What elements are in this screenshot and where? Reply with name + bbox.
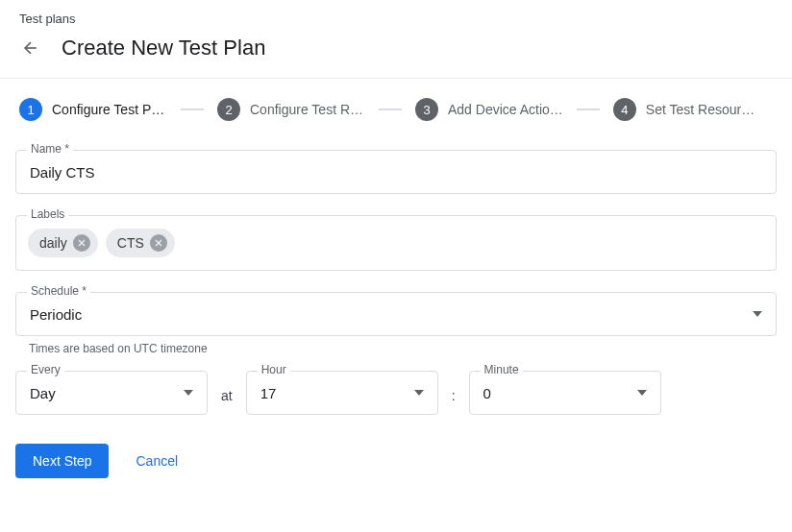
labels-label: Labels: [27, 207, 68, 221]
time-row: Every Day at Hour 17 : Minute 0: [15, 371, 777, 415]
hour-field-wrap: Hour 17: [246, 371, 438, 415]
schedule-value: Periodic: [30, 306, 82, 323]
minute-label: Minute: [481, 363, 523, 376]
chip-label: CTS: [117, 235, 144, 251]
schedule-select[interactable]: Periodic: [15, 292, 777, 336]
chip-remove-button[interactable]: [150, 234, 167, 252]
back-button[interactable]: [19, 36, 42, 60]
name-input[interactable]: [15, 150, 777, 194]
step-4[interactable]: 4 Set Test Resourc…: [613, 98, 761, 121]
hour-value: 17: [260, 385, 277, 401]
minute-value: 0: [483, 385, 491, 401]
step-label: Configure Test Ru…: [250, 102, 365, 117]
minute-select[interactable]: 0: [469, 371, 661, 415]
labels-input[interactable]: daily CTS: [15, 215, 777, 271]
name-label: Name *: [27, 142, 73, 156]
step-connector: [181, 109, 204, 110]
step-2[interactable]: 2 Configure Test Ru…: [217, 98, 365, 121]
chevron-down-icon: [637, 390, 647, 396]
chevron-down-icon: [184, 390, 193, 396]
step-connector: [379, 109, 402, 110]
schedule-hint: Times are based on UTC timezone: [15, 342, 777, 355]
chip-remove-button[interactable]: [73, 234, 90, 252]
page-title: Create New Test Plan: [62, 36, 265, 60]
step-circle: 4: [613, 98, 636, 121]
stepper: 1 Configure Test Pl… 2 Configure Test Ru…: [15, 98, 777, 121]
at-text: at: [221, 388, 233, 415]
next-step-button[interactable]: Next Step: [15, 444, 109, 478]
every-value: Day: [30, 385, 56, 401]
close-icon: [153, 237, 164, 249]
cancel-button[interactable]: Cancel: [136, 453, 178, 469]
step-circle: 3: [415, 98, 438, 121]
chevron-down-icon: [753, 311, 762, 317]
every-select[interactable]: Day: [15, 371, 208, 415]
step-circle: 2: [217, 98, 240, 121]
step-connector: [577, 109, 600, 110]
arrow-left-icon: [21, 38, 40, 58]
step-1[interactable]: 1 Configure Test Pl…: [19, 98, 167, 121]
chip-label: daily: [39, 235, 67, 251]
chip-daily: daily: [28, 229, 98, 257]
close-icon: [76, 237, 87, 249]
hour-label: Hour: [258, 363, 290, 376]
every-field-wrap: Every Day: [15, 371, 208, 415]
step-3[interactable]: 3 Add Device Actio…: [415, 98, 563, 121]
chip-cts: CTS: [106, 229, 175, 257]
minute-field-wrap: Minute 0: [469, 371, 661, 415]
schedule-label: Schedule *: [27, 284, 90, 298]
step-label: Add Device Actio…: [448, 102, 563, 117]
hour-select[interactable]: 17: [246, 371, 438, 415]
content: 1 Configure Test Pl… 2 Configure Test Ru…: [0, 79, 792, 497]
step-label: Set Test Resourc…: [646, 102, 761, 117]
schedule-field-wrap: Schedule * Periodic: [15, 292, 777, 336]
colon-text: :: [452, 388, 456, 415]
header: Create New Test Plan: [0, 30, 792, 79]
name-field-wrap: Name *: [15, 150, 777, 194]
step-circle: 1: [19, 98, 42, 121]
labels-field-wrap: Labels daily CTS: [15, 215, 777, 271]
breadcrumb: Test plans: [0, 0, 792, 30]
chevron-down-icon: [414, 390, 424, 396]
actions-row: Next Step Cancel: [15, 444, 777, 478]
every-label: Every: [27, 363, 64, 376]
step-label: Configure Test Pl…: [52, 102, 167, 117]
